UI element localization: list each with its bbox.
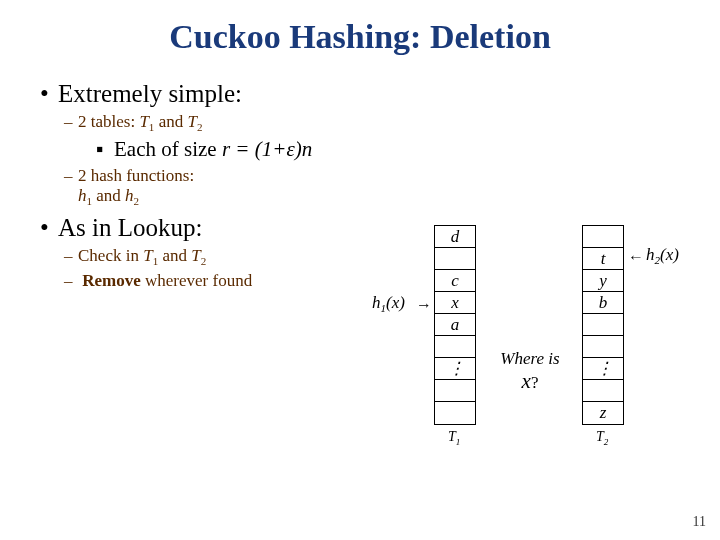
table-cell: [583, 380, 623, 402]
var-T2: T: [187, 112, 196, 131]
paren-x: (x): [660, 245, 679, 264]
var-h1: h: [78, 186, 87, 205]
bullet-two-tables: –2 tables: T1 and T2: [64, 112, 680, 133]
page-number: 11: [693, 514, 706, 530]
var-T: T: [596, 429, 604, 444]
where-line1: Where is: [500, 349, 559, 368]
arrow-left-icon: ←: [628, 249, 644, 265]
arrow-right-icon: →: [416, 297, 432, 313]
table-t2: tyb⋮z: [582, 225, 624, 425]
table-t1: dcxa⋮: [434, 225, 476, 425]
table-cell: [435, 248, 475, 270]
sub-2: 2: [604, 437, 609, 447]
var-T1: T: [143, 246, 152, 265]
table-cell: x: [435, 292, 475, 314]
text: Check in: [78, 246, 143, 265]
dash-icon: –: [64, 112, 78, 132]
table-cell: d: [435, 226, 475, 248]
diagram: h1(x) → dcxa⋮ T1 tyb⋮z T2 ← h2(x) Where …: [372, 225, 702, 485]
var-h2: h: [125, 186, 134, 205]
table-cell: [583, 336, 623, 358]
square-bullet-icon: ▪: [96, 137, 114, 162]
text: and: [92, 186, 125, 205]
dash-icon: –: [64, 271, 78, 291]
table-t2-label: T2: [596, 429, 608, 447]
text: wherever found: [141, 271, 252, 290]
table-cell: z: [583, 402, 623, 424]
table-t1-label: T1: [448, 429, 460, 447]
dash-icon: –: [64, 166, 78, 186]
text: 2 hash functions:: [78, 166, 194, 185]
table-cell: [583, 226, 623, 248]
table-cell: ⋮: [583, 358, 623, 380]
spacer: [64, 186, 78, 206]
bullet-hash-functions: –2 hash functions: h1 and h2: [64, 166, 680, 207]
table-cell: b: [583, 292, 623, 314]
sub-2: 2: [134, 196, 140, 208]
bullet-text: Extremely simple:: [58, 80, 242, 107]
table-cell: ⋮: [435, 358, 475, 380]
paren-x: (x): [386, 293, 405, 312]
var-h: h: [372, 293, 381, 312]
var-T2: T: [191, 246, 200, 265]
var-x: x: [522, 369, 531, 393]
table-cell: t: [583, 248, 623, 270]
h1x-label: h1(x): [372, 293, 405, 314]
sub-2: 2: [197, 121, 203, 133]
text: and: [158, 246, 191, 265]
var-T: T: [448, 429, 456, 444]
bullet-each-size: ▪Each of size r = (1+ε)n: [96, 137, 680, 162]
dash-icon: –: [64, 246, 78, 266]
bullet-extremely-simple: •Extremely simple:: [40, 80, 680, 108]
text: Each of size: [114, 137, 222, 161]
qmark: ?: [531, 373, 539, 392]
table-cell: c: [435, 270, 475, 292]
bullet-dot-icon: •: [40, 80, 58, 108]
bullet-text: As in Lookup:: [58, 214, 202, 241]
bullet-dot-icon: •: [40, 214, 58, 242]
expr-r: r = (1+ε)n: [222, 137, 312, 161]
table-cell: y: [583, 270, 623, 292]
text-remove: Remove: [82, 271, 141, 290]
sub-1: 1: [456, 437, 461, 447]
var-T1: T: [139, 112, 148, 131]
var-h: h: [646, 245, 655, 264]
table-cell: [435, 336, 475, 358]
text: and: [154, 112, 187, 131]
slide-title: Cuckoo Hashing: Deletion: [40, 18, 680, 56]
table-cell: [435, 380, 475, 402]
h2x-label: h2(x): [646, 245, 679, 266]
table-cell: [583, 314, 623, 336]
table-cell: a: [435, 314, 475, 336]
table-cell: [435, 402, 475, 424]
where-is-x: Where is x?: [488, 349, 572, 394]
sub-2: 2: [201, 255, 207, 267]
text: 2 tables:: [78, 112, 139, 131]
